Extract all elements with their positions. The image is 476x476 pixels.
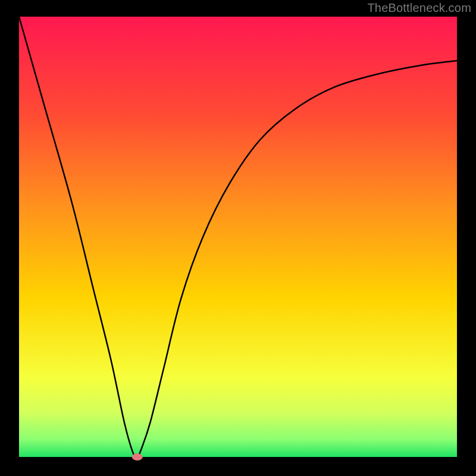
chart-frame: TheBottleneck.com — [0, 0, 476, 476]
bottleneck-chart — [0, 0, 476, 476]
plot-background — [19, 17, 457, 457]
optimum-marker — [132, 453, 143, 461]
watermark-label: TheBottleneck.com — [367, 1, 471, 15]
